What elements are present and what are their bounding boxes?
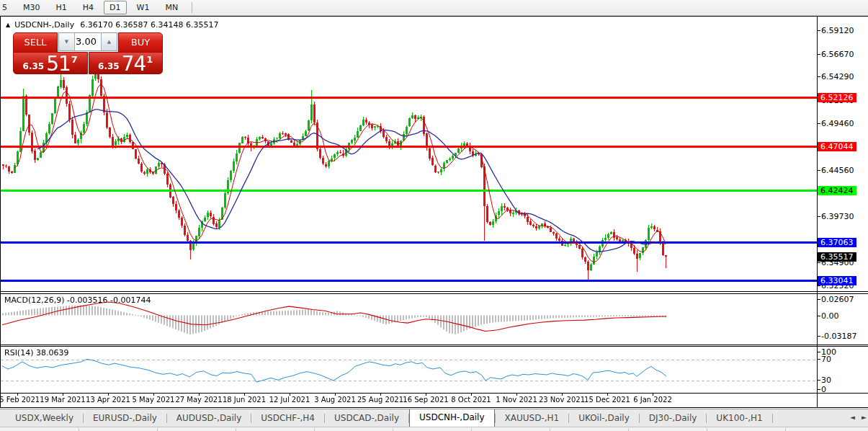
bid-price-prefix: 6.35: [23, 61, 45, 71]
rsi-name: RSI(14): [4, 348, 33, 357]
gripper-mark: [785, 428, 786, 431]
macd-tick-mark: [817, 299, 820, 300]
timeframe-button-5[interactable]: 5: [0, 1, 13, 14]
gripper-mark: [707, 428, 707, 431]
macd-tick-label: 0.02607: [821, 295, 854, 304]
date-label: 15 Dec 2021: [582, 396, 632, 404]
date-label: 19 Mar 2021: [37, 396, 88, 404]
price-tick-mark: [817, 76, 820, 77]
volume-spinner: ▼ 3.00 ▲: [58, 32, 117, 51]
toolbar-separator: [192, 2, 192, 13]
tab-usdchfh4[interactable]: USDCHF-,H4: [251, 409, 324, 427]
price-pane-bottom-border: [0, 291, 868, 292]
tab-left-pad: [0, 409, 6, 427]
ask-price-pip: 1: [146, 54, 153, 65]
date-label: 25 Aug 2021: [355, 396, 406, 404]
date-label: 8 Oct 2021: [446, 396, 496, 404]
timeframe-button-m30[interactable]: M30: [17, 1, 46, 14]
gripper-mark: [236, 428, 236, 431]
date-label: 5 May 2021: [128, 396, 179, 404]
timeframe-button-w1[interactable]: W1: [131, 1, 156, 14]
chart-tab-bar: USDX,WeeklyEURUSD-,DailyAUDUSD-,DailyUSD…: [0, 409, 868, 427]
price-tick-label: 6.39730: [821, 212, 854, 221]
price-tick-mark: [817, 123, 820, 124]
tab-usdcaddaily[interactable]: USDCAD-,Daily: [325, 409, 408, 427]
timeframe-button-mn[interactable]: MN: [159, 1, 184, 14]
timeframe-button-h4[interactable]: H4: [77, 1, 99, 14]
price-tick-mark: [817, 30, 820, 31]
date-label: 23 Nov 2021: [537, 396, 587, 404]
tab-scroll-left-icon[interactable]: ◄: [850, 414, 855, 421]
date-label: 12 Jul 2021: [264, 396, 315, 404]
gripper-mark: [157, 428, 158, 431]
tab-scroll-right-icon[interactable]: ►: [862, 414, 867, 421]
bid-price-main: 51: [46, 55, 71, 74]
rsi-tick-label: 70: [821, 355, 831, 364]
sell-button[interactable]: SELL: [13, 32, 58, 53]
rsi-indicator-canvas[interactable]: [1, 347, 817, 393]
tab-uk100h1[interactable]: UK100-,H1: [707, 409, 771, 427]
ask-price-box[interactable]: 6.35 74 1: [89, 52, 164, 74]
date-label: 27 May 2021: [174, 396, 224, 404]
gripper-mark: [79, 428, 79, 431]
price-tick-mark: [817, 170, 820, 171]
timeframe-button-h1[interactable]: H1: [50, 1, 73, 14]
date-label: 1 Nov 2021: [491, 396, 542, 404]
rsi-pane-bottom-border: [0, 393, 868, 394]
gripper-mark: [393, 428, 393, 431]
price-tick-mark: [817, 285, 820, 286]
level-price-chip: 6.47044: [818, 142, 856, 151]
tab-xauusdh1[interactable]: XAUUSD-,H1: [496, 409, 569, 427]
rsi-tick-mark: [817, 389, 820, 390]
macd-tick-mark: [817, 316, 820, 316]
bid-price-box[interactable]: 6.35 51 7: [13, 52, 88, 74]
level-price-chip: 6.42424: [818, 186, 856, 195]
price-tick-mark: [817, 54, 820, 55]
volume-input[interactable]: 3.00: [75, 33, 101, 50]
rsi-tick-mark: [817, 380, 820, 381]
one-click-trade-panel: SELL ▼ 3.00 ▲ BUY 6.35 51 7 6.35 74 1: [13, 32, 163, 74]
tab-usdcnhdaily[interactable]: USDCNH-,Daily: [409, 409, 495, 427]
price-tick-mark: [817, 262, 820, 263]
tab-eurusddaily[interactable]: EURUSD-,Daily: [84, 409, 166, 427]
macd-name: MACD(12,26,9): [4, 296, 65, 305]
level-price-chip: 6.52126: [818, 93, 856, 102]
price-tick-label: 6.54290: [821, 72, 854, 81]
tab-ukoildaily[interactable]: UKOil-,Daily: [569, 409, 639, 427]
macd-tick-label: -0.03187: [821, 332, 856, 341]
tab-dj30daily[interactable]: DJ30-,Daily: [640, 409, 707, 427]
timeframe-button-d1[interactable]: D1: [104, 1, 126, 14]
collapse-triangle-icon[interactable]: ▲: [6, 22, 10, 28]
price-tick-label: 6.49460: [821, 119, 854, 128]
rsi-value: 38.0639: [33, 348, 68, 357]
buy-button[interactable]: BUY: [118, 32, 163, 53]
tab-usdxweekly[interactable]: USDX,Weekly: [6, 409, 83, 427]
price-tick-label: 6.59120: [821, 26, 854, 35]
volume-increase-icon[interactable]: ▲: [101, 33, 117, 50]
date-label: 3 Aug 2021: [310, 396, 360, 404]
price-tick-mark: [817, 216, 820, 217]
date-label: 6 Jan 2022: [627, 396, 678, 404]
macd-tick-label: 0.00: [821, 311, 839, 321]
price-axis-separator: [817, 16, 818, 408]
ask-price-prefix: 6.35: [98, 61, 120, 71]
level-price-chip: 6.33041: [818, 276, 856, 285]
rsi-tick-mark: [817, 352, 820, 352]
date-label: 13 Apr 2021: [83, 396, 133, 404]
price-tick-label: 6.44560: [821, 166, 854, 175]
price-tick-label: 6.56670: [821, 50, 854, 59]
bid-price-pip: 7: [71, 54, 78, 65]
gripper-mark: [628, 428, 629, 431]
bottom-resize-strip: [0, 427, 868, 431]
date-label: 18 Jun 2021: [219, 396, 269, 404]
gripper-mark: [471, 428, 472, 431]
date-label: 16 Sep 2021: [401, 396, 451, 404]
macd-tick-mark: [817, 336, 820, 337]
macd-label: MACD(12,26,9) -0.003516 -0.001744: [4, 296, 151, 305]
tab-separator: [772, 414, 773, 423]
macd-pane-bottom-border: [0, 345, 868, 345]
tab-audusddaily[interactable]: AUDUSD-,Daily: [167, 409, 251, 427]
level-price-chip: 6.37063: [818, 238, 856, 247]
macd-values: -0.003516 -0.001744: [65, 296, 151, 305]
volume-decrease-icon[interactable]: ▼: [59, 33, 75, 50]
